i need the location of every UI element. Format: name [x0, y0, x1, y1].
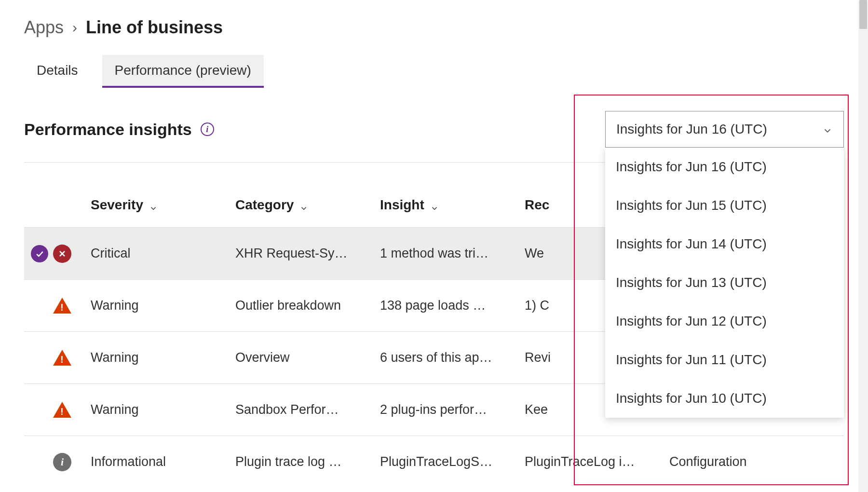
- cell-insight: 138 page loads …: [380, 298, 525, 313]
- cell-category: XHR Request-Sy…: [235, 246, 380, 261]
- tab-performance[interactable]: Performance (preview): [102, 55, 264, 88]
- section-title: Performance insights: [24, 120, 192, 139]
- tab-details[interactable]: Details: [24, 55, 91, 88]
- dropdown-option[interactable]: Insights for Jun 16 (UTC): [605, 148, 844, 186]
- dropdown-option[interactable]: Insights for Jun 14 (UTC): [605, 225, 844, 263]
- cell-area: Configuration: [669, 454, 814, 469]
- cell-insight: 2 plug-ins perfor…: [380, 402, 525, 417]
- info-severity-icon: i: [53, 453, 71, 471]
- cell-insight: 1 method was tri…: [380, 246, 525, 261]
- table-row[interactable]: i Informational Plugin trace log … Plugi…: [24, 436, 844, 488]
- dropdown-option[interactable]: Insights for Jun 10 (UTC): [605, 379, 844, 418]
- column-label: Category: [235, 197, 294, 213]
- breadcrumb-current: Line of business: [86, 17, 223, 38]
- cell-insight: PluginTraceLogS…: [380, 454, 525, 469]
- warning-icon: [53, 350, 71, 366]
- chevron-down-icon: [822, 124, 833, 135]
- date-dropdown-button[interactable]: Insights for Jun 16 (UTC): [605, 111, 844, 148]
- cell-insight: 6 users of this ap…: [380, 350, 525, 365]
- critical-icon: [53, 245, 71, 263]
- vertical-scrollbar[interactable]: [858, 0, 868, 492]
- dropdown-option[interactable]: Insights for Jun 12 (UTC): [605, 302, 844, 341]
- date-dropdown: Insights for Jun 16 (UTC) Insights for J…: [605, 111, 844, 148]
- column-label: Insight: [380, 197, 424, 213]
- cell-severity: Critical: [91, 246, 235, 261]
- column-header-severity[interactable]: Severity: [91, 197, 235, 213]
- cell-category: Outlier breakdown: [235, 298, 380, 313]
- cell-severity: Warning: [91, 298, 235, 313]
- breadcrumb-root[interactable]: Apps: [24, 17, 64, 38]
- cell-category: Overview: [235, 350, 380, 365]
- warning-icon: [53, 402, 71, 418]
- scrollbar-thumb[interactable]: [859, 0, 867, 29]
- column-header-category[interactable]: Category: [235, 197, 380, 213]
- cell-severity: Informational: [91, 454, 235, 469]
- date-dropdown-selected: Insights for Jun 16 (UTC): [616, 122, 767, 137]
- cell-category: Plugin trace log …: [235, 454, 380, 469]
- breadcrumb: Apps › Line of business: [24, 17, 844, 38]
- dropdown-option[interactable]: Insights for Jun 13 (UTC): [605, 263, 844, 302]
- chevron-down-icon: [430, 201, 439, 209]
- dropdown-option[interactable]: Insights for Jun 15 (UTC): [605, 186, 844, 225]
- date-dropdown-menu: Insights for Jun 16 (UTC) Insights for J…: [605, 148, 844, 418]
- dropdown-option[interactable]: Insights for Jun 11 (UTC): [605, 341, 844, 379]
- cell-category: Sandbox Perfor…: [235, 402, 380, 417]
- cell-severity: Warning: [91, 350, 235, 365]
- row-select-check-icon[interactable]: [31, 245, 48, 262]
- warning-icon: [53, 298, 71, 314]
- cell-severity: Warning: [91, 402, 235, 417]
- column-header-insight[interactable]: Insight: [380, 197, 525, 213]
- chevron-down-icon: [299, 201, 308, 209]
- info-icon[interactable]: i: [201, 123, 214, 136]
- chevron-down-icon: [149, 201, 158, 209]
- column-label: Rec: [525, 197, 549, 213]
- chevron-right-icon: ›: [72, 19, 77, 36]
- column-label: Severity: [91, 197, 143, 213]
- cell-recommendation: PluginTraceLog i…: [525, 454, 669, 469]
- tabs: Details Performance (preview): [24, 55, 844, 88]
